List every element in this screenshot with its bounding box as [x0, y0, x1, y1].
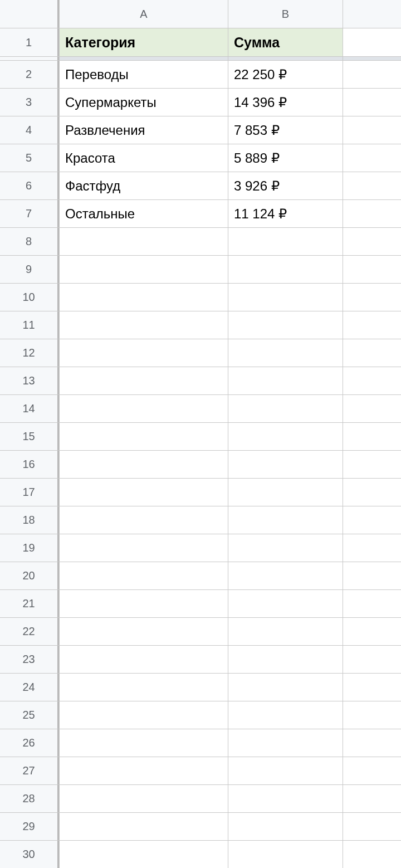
row-header-19[interactable]: 19 — [0, 534, 59, 562]
cell-a15[interactable] — [60, 423, 228, 450]
cell-c16[interactable] — [343, 451, 401, 478]
row-header-2[interactable]: 2 — [0, 61, 59, 88]
cell-c18[interactable] — [343, 506, 401, 534]
cell-b28[interactable] — [228, 785, 343, 812]
cell-a26[interactable] — [60, 729, 228, 757]
cell-c4[interactable] — [343, 116, 401, 144]
column-header-a[interactable]: A — [60, 0, 228, 28]
cell-a23[interactable] — [60, 646, 228, 673]
cell-b30[interactable] — [228, 841, 343, 868]
cell-c9[interactable] — [343, 256, 401, 283]
cell-c13[interactable] — [343, 367, 401, 394]
cell-c23[interactable] — [343, 646, 401, 673]
cell-b15[interactable] — [228, 423, 343, 450]
cell-a27[interactable] — [60, 757, 228, 784]
cell-c6[interactable] — [343, 172, 401, 199]
cell-c5[interactable] — [343, 144, 401, 172]
row-header-26[interactable]: 26 — [0, 729, 59, 757]
column-header-b[interactable]: B — [228, 0, 343, 28]
cell-a13[interactable] — [60, 367, 228, 394]
row-header-29[interactable]: 29 — [0, 813, 59, 840]
cell-c14[interactable] — [343, 395, 401, 422]
cell-a22[interactable] — [60, 618, 228, 645]
cell-c19[interactable] — [343, 534, 401, 562]
row-header-13[interactable]: 13 — [0, 367, 59, 394]
cell-a14[interactable] — [60, 395, 228, 422]
cell-a9[interactable] — [60, 256, 228, 283]
cell-b29[interactable] — [228, 813, 343, 840]
cell-b4[interactable]: 7 853 ₽ — [228, 116, 343, 144]
cell-a21[interactable] — [60, 590, 228, 617]
cell-b11[interactable] — [228, 311, 343, 339]
cell-b10[interactable] — [228, 284, 343, 311]
cell-b5[interactable]: 5 889 ₽ — [228, 144, 343, 172]
row-header-27[interactable]: 27 — [0, 757, 59, 784]
cell-a12[interactable] — [60, 339, 228, 367]
cell-a25[interactable] — [60, 701, 228, 729]
cell-c25[interactable] — [343, 701, 401, 729]
cell-a5[interactable]: Красота — [60, 144, 228, 172]
cell-a16[interactable] — [60, 451, 228, 478]
cell-a24[interactable] — [60, 674, 228, 701]
cell-b19[interactable] — [228, 534, 343, 562]
cell-b24[interactable] — [228, 674, 343, 701]
row-header-22[interactable]: 22 — [0, 618, 59, 645]
row-header-21[interactable]: 21 — [0, 590, 59, 617]
cell-c11[interactable] — [343, 311, 401, 339]
cell-c2[interactable] — [343, 61, 401, 88]
cell-a8[interactable] — [60, 228, 228, 255]
cell-b17[interactable] — [228, 479, 343, 506]
cell-c12[interactable] — [343, 339, 401, 367]
row-header-10[interactable]: 10 — [0, 284, 59, 311]
cell-b6[interactable]: 3 926 ₽ — [228, 172, 343, 199]
row-header-28[interactable]: 28 — [0, 785, 59, 812]
cell-a30[interactable] — [60, 841, 228, 868]
column-header-c[interactable] — [343, 0, 401, 28]
cell-a20[interactable] — [60, 562, 228, 589]
cell-b3[interactable]: 14 396 ₽ — [228, 89, 343, 116]
cell-c27[interactable] — [343, 757, 401, 784]
cell-c8[interactable] — [343, 228, 401, 255]
row-header-9[interactable]: 9 — [0, 256, 59, 283]
cell-a7[interactable]: Остальные — [60, 200, 228, 227]
spreadsheet-grid[interactable]: A B 1 Категория Сумма 2 Переводы 22 250 … — [0, 0, 401, 868]
cell-b14[interactable] — [228, 395, 343, 422]
cell-a10[interactable] — [60, 284, 228, 311]
cell-b13[interactable] — [228, 367, 343, 394]
row-header-30[interactable]: 30 — [0, 841, 59, 868]
row-header-8[interactable]: 8 — [0, 228, 59, 255]
row-header-11[interactable]: 11 — [0, 311, 59, 339]
cell-b20[interactable] — [228, 562, 343, 589]
cell-a1[interactable]: Категория — [60, 28, 228, 56]
cell-b9[interactable] — [228, 256, 343, 283]
row-header-23[interactable]: 23 — [0, 646, 59, 673]
cell-a28[interactable] — [60, 785, 228, 812]
cell-b18[interactable] — [228, 506, 343, 534]
row-header-18[interactable]: 18 — [0, 506, 59, 534]
row-header-1[interactable]: 1 — [0, 28, 59, 56]
row-header-6[interactable]: 6 — [0, 172, 59, 199]
cell-c26[interactable] — [343, 729, 401, 757]
cell-c22[interactable] — [343, 618, 401, 645]
cell-c20[interactable] — [343, 562, 401, 589]
cell-b1[interactable]: Сумма — [228, 28, 343, 56]
row-header-16[interactable]: 16 — [0, 451, 59, 478]
cell-a3[interactable]: Супермаркеты — [60, 89, 228, 116]
cell-b23[interactable] — [228, 646, 343, 673]
cell-c7[interactable] — [343, 200, 401, 227]
cell-c3[interactable] — [343, 89, 401, 116]
row-header-5[interactable]: 5 — [0, 144, 59, 172]
cell-b7[interactable]: 11 124 ₽ — [228, 200, 343, 227]
row-header-14[interactable]: 14 — [0, 395, 59, 422]
cell-b12[interactable] — [228, 339, 343, 367]
cell-c17[interactable] — [343, 479, 401, 506]
cell-c29[interactable] — [343, 813, 401, 840]
cell-b27[interactable] — [228, 757, 343, 784]
row-header-4[interactable]: 4 — [0, 116, 59, 144]
cell-c10[interactable] — [343, 284, 401, 311]
cell-a29[interactable] — [60, 813, 228, 840]
cell-a17[interactable] — [60, 479, 228, 506]
cell-b22[interactable] — [228, 618, 343, 645]
cell-a11[interactable] — [60, 311, 228, 339]
row-header-15[interactable]: 15 — [0, 423, 59, 450]
